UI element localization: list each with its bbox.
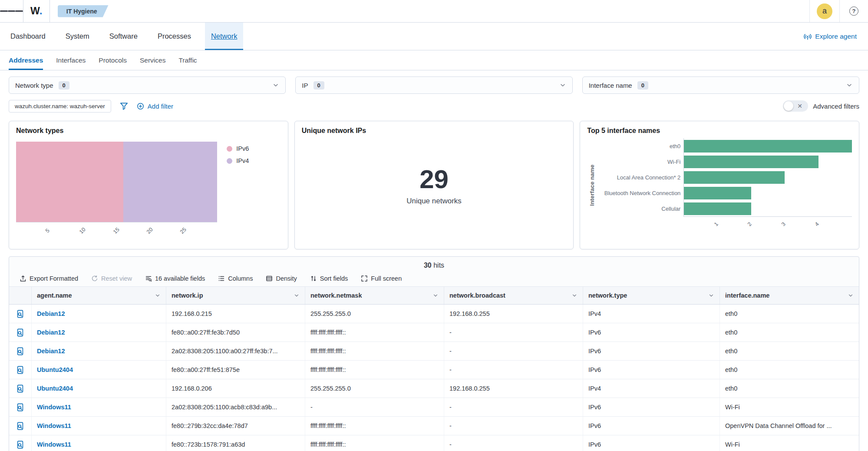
tab-system[interactable]: System bbox=[59, 23, 96, 50]
inspect-document-icon[interactable] bbox=[16, 403, 24, 411]
top-interfaces-ticks: 1234 bbox=[683, 217, 852, 232]
inspect-document-icon[interactable] bbox=[16, 347, 24, 355]
inspect-document-icon[interactable] bbox=[16, 441, 24, 449]
column-header-network-broadcast[interactable]: network.broadcast bbox=[444, 287, 583, 304]
help-icon[interactable]: ? bbox=[849, 7, 858, 16]
chevron-down-icon bbox=[571, 292, 578, 298]
agent-name-link[interactable]: Ubuntu2404 bbox=[32, 379, 166, 398]
interface-name-cell: eth0 bbox=[720, 379, 859, 398]
network-ip-cell: fe80::a00:27ff:fe3b:7d50 bbox=[166, 323, 305, 342]
bar-track bbox=[684, 171, 852, 184]
bar-row: Local Area Connection* 2 bbox=[684, 169, 852, 185]
columns-icon bbox=[218, 275, 225, 282]
bar-row: eth0 bbox=[684, 138, 852, 154]
column-header-interface-name[interactable]: interface.name bbox=[720, 287, 859, 304]
agent-name-link[interactable]: Ubuntu2404 bbox=[32, 361, 166, 379]
row-control-cell bbox=[9, 417, 32, 435]
logo[interactable]: W. bbox=[23, 0, 50, 22]
logo-text: W bbox=[30, 5, 40, 17]
network-ip-cell: fe80::723b:1578:791:a63d bbox=[166, 435, 305, 451]
bar-track bbox=[684, 202, 852, 215]
agent-name-link[interactable]: Windows11 bbox=[32, 417, 166, 435]
subtab-services[interactable]: Services bbox=[140, 50, 165, 70]
main-tabs: Dashboard System Software Processes Netw… bbox=[0, 23, 868, 50]
subtab-interfaces[interactable]: Interfaces bbox=[56, 50, 86, 70]
network-type-cell: IPv6 bbox=[583, 417, 720, 435]
refresh-icon bbox=[91, 275, 98, 282]
panel-title: Unique network IPs bbox=[302, 127, 567, 135]
y-axis-label: Interface name bbox=[587, 138, 597, 232]
network-netmask-cell: ffff:ffff:ffff:ffff:: bbox=[305, 361, 444, 379]
subtab-protocols[interactable]: Protocols bbox=[99, 50, 127, 70]
table-row: Ubuntu2404 192.168.0.206 255.255.255.0 1… bbox=[9, 379, 859, 398]
column-header-network-netmask[interactable]: network.netmask bbox=[305, 287, 444, 304]
legend-label: IPv6 bbox=[236, 145, 249, 152]
inspect-document-icon[interactable] bbox=[16, 328, 24, 337]
network-netmask-cell: ffff:ffff:ffff:ffff:: bbox=[305, 323, 444, 342]
table-row: Ubuntu2404 fe80::a00:27ff:fe51:875e ffff… bbox=[9, 361, 859, 379]
x-tick-label: 20 bbox=[145, 226, 154, 235]
inspect-document-icon[interactable] bbox=[16, 310, 24, 318]
network-types-panel: Network types 510152025 IPv6IPv4 bbox=[9, 121, 288, 249]
agent-name-link[interactable]: Debian12 bbox=[32, 342, 166, 360]
row-control-cell bbox=[9, 435, 32, 451]
category-label: Cellular bbox=[598, 206, 680, 212]
hits-count: 30 bbox=[424, 262, 432, 269]
explore-agent-button[interactable]: Explore agent bbox=[804, 23, 857, 50]
columns-button[interactable]: Columns bbox=[218, 275, 253, 282]
network-netmask-cell: 255.255.255.0 bbox=[305, 379, 444, 398]
network-types-ticks: 510152025 bbox=[16, 222, 217, 241]
filter-pill[interactable]: wazuh.cluster.name: wazuh-server bbox=[9, 100, 111, 113]
export-formatted-button[interactable]: Export Formatted bbox=[20, 275, 78, 282]
tab-dashboard[interactable]: Dashboard bbox=[4, 23, 52, 50]
agent-name-link[interactable]: Debian12 bbox=[32, 305, 166, 323]
column-header-network-type[interactable]: network.type bbox=[583, 287, 720, 304]
full-screen-button[interactable]: Full screen bbox=[361, 275, 402, 282]
legend-item-ipv6[interactable]: IPv6 bbox=[227, 145, 249, 152]
header-right: a ? bbox=[809, 0, 868, 22]
ip-select[interactable]: IP 0 bbox=[295, 76, 572, 94]
agent-name-link[interactable]: Windows11 bbox=[32, 398, 166, 416]
network-type-select[interactable]: Network type 0 bbox=[9, 76, 286, 94]
agent-name-link[interactable]: Windows11 bbox=[32, 435, 166, 451]
chevron-down-icon bbox=[272, 82, 279, 89]
reset-view-button[interactable]: Reset view bbox=[91, 275, 132, 282]
available-fields-button[interactable]: 16 available fields bbox=[145, 275, 205, 282]
network-broadcast-cell: - bbox=[444, 361, 583, 379]
subtab-traffic[interactable]: Traffic bbox=[178, 50, 197, 70]
advanced-filters-toggle[interactable]: ✕ bbox=[783, 100, 808, 112]
results-panel: 30 hits Export Formatted Reset view 16 a… bbox=[9, 256, 859, 451]
top-interfaces-chart: eth0Wi-FiLocal Area Connection* 2Bluetoo… bbox=[597, 138, 852, 232]
inspect-document-icon[interactable] bbox=[16, 385, 24, 393]
add-filter-button[interactable]: Add filter bbox=[137, 103, 173, 110]
column-header-agent-name[interactable]: agent.name bbox=[32, 287, 166, 304]
network-type-cell: IPv6 bbox=[583, 342, 720, 360]
agent-name-link[interactable]: Debian12 bbox=[32, 323, 166, 342]
logo-dot: . bbox=[40, 5, 43, 17]
legend-item-ipv4[interactable]: IPv4 bbox=[227, 157, 249, 164]
subtab-addresses[interactable]: Addresses bbox=[9, 50, 43, 70]
antenna-icon bbox=[804, 33, 812, 40]
top-interfaces-rows: eth0Wi-FiLocal Area Connection* 2Bluetoo… bbox=[683, 138, 852, 217]
inspect-document-icon[interactable] bbox=[16, 366, 24, 374]
density-button[interactable]: Density bbox=[266, 275, 297, 282]
select-label: IP bbox=[302, 82, 308, 89]
column-header-network-ip[interactable]: network.ip bbox=[166, 287, 305, 304]
tab-network[interactable]: Network bbox=[205, 23, 244, 50]
menu-icon[interactable] bbox=[0, 0, 23, 22]
tab-software[interactable]: Software bbox=[103, 23, 144, 50]
interface-name-cell: eth0 bbox=[720, 361, 859, 379]
divider bbox=[809, 0, 810, 22]
filter-funnel-icon[interactable] bbox=[120, 102, 128, 110]
x-tick-label: 15 bbox=[112, 226, 121, 235]
interface-name-select[interactable]: Interface name 0 bbox=[582, 76, 859, 94]
sort-fields-button[interactable]: Sort fields bbox=[310, 275, 348, 282]
add-filter-label: Add filter bbox=[148, 103, 173, 110]
tab-processes[interactable]: Processes bbox=[152, 23, 197, 50]
network-broadcast-cell: - bbox=[444, 398, 583, 416]
inspect-document-icon[interactable] bbox=[16, 422, 24, 430]
avatar[interactable]: a bbox=[817, 3, 832, 19]
breadcrumb[interactable]: IT Hygiene bbox=[58, 5, 109, 17]
bar-row: Bluetooth Network Connection bbox=[684, 185, 852, 201]
count-badge: 0 bbox=[59, 81, 69, 90]
